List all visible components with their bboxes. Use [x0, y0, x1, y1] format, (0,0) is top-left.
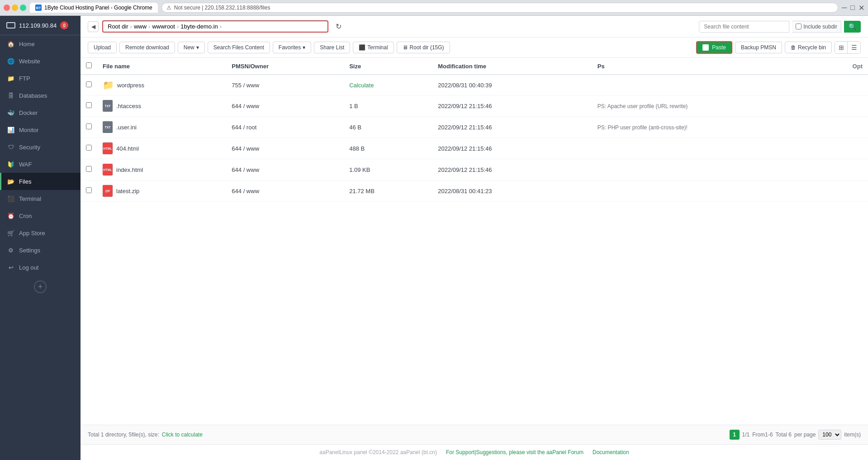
- sidebar-item-terminal[interactable]: ⬛ Terminal: [0, 190, 81, 207]
- address-bar[interactable]: ⚠ Not secure | 220.158.232.118:8888/file…: [161, 3, 838, 13]
- pmsn-owner: 755 / www: [232, 82, 259, 89]
- security-warning: ⚠: [166, 5, 171, 11]
- recycle-icon: 🗑: [791, 44, 796, 51]
- sidebar-item-home[interactable]: 🏠 Home: [0, 35, 81, 52]
- window-controls[interactable]: [4, 5, 26, 11]
- calculate-link[interactable]: Click to calculate: [162, 432, 203, 438]
- page-1-button[interactable]: 1: [730, 430, 740, 440]
- documentation-link[interactable]: Documentation: [593, 449, 629, 455]
- file-size: 488 B: [349, 145, 365, 152]
- terminal-button[interactable]: ⬛ Terminal: [353, 42, 394, 53]
- file-name[interactable]: 404.html: [116, 145, 139, 152]
- row-checkbox-0[interactable]: [86, 81, 92, 87]
- sidebar-item-security[interactable]: 🛡 Security: [0, 138, 81, 156]
- remote-download-button[interactable]: Remote download: [119, 42, 175, 53]
- modified-cell: 2022/08/31 00:41:23: [432, 180, 592, 202]
- opt-cell: [841, 75, 868, 95]
- include-subdir-checkbox[interactable]: [796, 24, 802, 29]
- sidebar-item-logout[interactable]: ↩ Log out: [0, 259, 81, 276]
- sidebar-item-monitor[interactable]: 📊 Monitor: [0, 121, 81, 138]
- win-minimize-icon[interactable]: ─: [842, 4, 847, 12]
- window-buttons[interactable]: ─ □ ✕: [842, 4, 864, 12]
- add-server-button[interactable]: +: [34, 280, 47, 293]
- breadcrumb-path[interactable]: Root dir › www › wwwroot › 1byte-demo.in…: [102, 20, 328, 33]
- file-name[interactable]: .user.ini: [116, 124, 137, 131]
- search-files-button[interactable]: Search Files Content: [208, 42, 270, 53]
- modified-cell: 2022/09/12 21:15:46: [432, 159, 592, 180]
- sidebar-item-ftp[interactable]: 📁 FTP: [0, 70, 81, 87]
- row-checkbox-1[interactable]: [86, 102, 92, 108]
- col-ps: Ps: [592, 58, 841, 75]
- file-size: 1 B: [349, 103, 358, 109]
- refresh-button[interactable]: ↻: [336, 22, 342, 31]
- ps-cell: PS: Apache user profile (URL rewrite): [592, 95, 841, 117]
- row-checkbox-3[interactable]: [86, 145, 92, 151]
- maximize-btn[interactable]: [20, 5, 26, 11]
- root-dir-button[interactable]: 🖥 Root dir (15G): [397, 42, 450, 53]
- sidebar-item-appstore[interactable]: 🛒 App Store: [0, 224, 81, 242]
- upload-button[interactable]: Upload: [88, 42, 117, 53]
- ps-cell: [592, 75, 841, 95]
- terminal-label: Terminal: [367, 44, 388, 51]
- select-all-col: [81, 58, 97, 75]
- monitor-nav-icon: 📊: [7, 126, 14, 133]
- sidebar-label-waf: WAF: [19, 161, 32, 168]
- file-name[interactable]: .htaccess: [116, 103, 141, 109]
- stats-text: Total 1 directory, 5file(s), size: Click…: [88, 432, 203, 438]
- zip-icon: ZIP: [103, 185, 113, 197]
- file-name[interactable]: index.html: [116, 166, 143, 173]
- backup-pmsn-button[interactable]: Backup PMSN: [735, 42, 782, 53]
- sidebar-item-website[interactable]: 🌐 Website: [0, 52, 81, 70]
- recycle-label: Recycle bin: [798, 44, 826, 51]
- recycle-bin-button[interactable]: 🗑 Recycle bin: [785, 42, 832, 53]
- sidebar-label-ftp: FTP: [19, 75, 30, 82]
- browser-tab[interactable]: BT 1Byte Cloud Hosting Panel - Google Ch…: [30, 3, 158, 13]
- win-close-icon[interactable]: ✕: [859, 4, 864, 12]
- sidebar-label-security: Security: [19, 144, 40, 151]
- row-checkbox-2[interactable]: [86, 123, 92, 129]
- favorites-button[interactable]: Favorites ▾: [273, 42, 311, 53]
- page-info: 1/1: [742, 432, 750, 438]
- breadcrumb-wwwroot: wwwroot: [152, 23, 175, 30]
- grid-view-button[interactable]: ⊞: [835, 42, 848, 53]
- breadcrumb-sep-3: ›: [177, 23, 179, 30]
- table-row: TXT .htaccess 644 / www 1 B 2022/09/12 2…: [81, 95, 868, 117]
- sidebar-item-settings[interactable]: ⚙ Settings: [0, 242, 81, 259]
- select-all-checkbox[interactable]: [86, 62, 92, 68]
- new-button[interactable]: New ▾: [178, 42, 205, 53]
- file-name[interactable]: latest.zip: [116, 188, 139, 194]
- share-list-button[interactable]: Share List: [314, 42, 350, 53]
- sidebar-item-databases[interactable]: 🗄 Databases: [0, 87, 81, 104]
- modified-time: 2022/09/12 21:15:46: [438, 103, 492, 109]
- list-view-button[interactable]: ☰: [848, 42, 860, 53]
- new-label: New: [184, 44, 194, 51]
- search-input[interactable]: [699, 21, 789, 33]
- row-checkbox-cell: [81, 95, 97, 117]
- col-modified: Modification time: [432, 58, 592, 75]
- sidebar-item-docker[interactable]: 🐳 Docker: [0, 104, 81, 121]
- sidebar-item-waf[interactable]: 🔰 WAF: [0, 156, 81, 173]
- win-restore-icon[interactable]: □: [850, 4, 855, 12]
- sidebar-item-cron[interactable]: ⏰ Cron: [0, 207, 81, 224]
- minimize-btn[interactable]: [12, 5, 18, 11]
- row-checkbox-4[interactable]: [86, 166, 92, 172]
- table-row: TXT .user.ini 644 / root 46 B 2022/09/12…: [81, 117, 868, 138]
- search-button[interactable]: 🔍: [844, 21, 861, 33]
- sidebar-label-home: Home: [19, 41, 35, 47]
- include-subdir-label[interactable]: Include subdir: [792, 21, 841, 33]
- calculate-size-link[interactable]: Calculate: [349, 82, 374, 89]
- paste-button[interactable]: Paste: [696, 41, 732, 54]
- root-dir-icon: 🖥: [403, 44, 408, 51]
- file-name[interactable]: wordpress: [117, 82, 144, 89]
- sidebar-item-files[interactable]: 📂 Files: [0, 173, 81, 190]
- close-btn[interactable]: [4, 5, 10, 11]
- back-button[interactable]: ◀: [88, 21, 99, 32]
- waf-icon: 🔰: [7, 161, 14, 168]
- col-size: Size: [344, 58, 432, 75]
- address-text: Not secure | 220.158.232.118:8888/files: [174, 5, 270, 11]
- support-link[interactable]: For Support|Suggestions, please visit th…: [446, 449, 583, 455]
- file-name-cell: HTML index.html: [97, 159, 226, 180]
- per-page-select[interactable]: 100 50 200: [818, 430, 841, 440]
- modified-cell: 2022/08/31 00:40:39: [432, 75, 592, 95]
- row-checkbox-5[interactable]: [86, 187, 92, 193]
